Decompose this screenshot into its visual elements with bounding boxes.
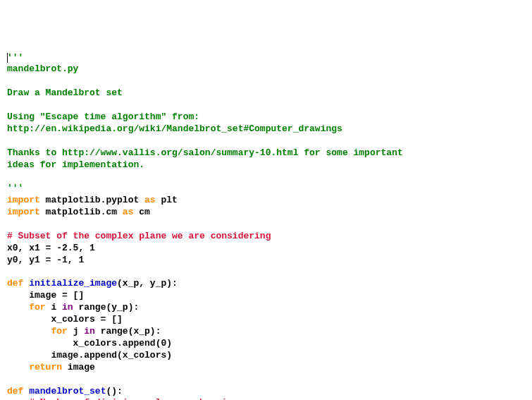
code-line: for j in range(x_p): (7, 326, 525, 338)
code-editor[interactable]: '''mandelbrot.py Draw a Mandelbrot set U… (7, 52, 525, 400)
code-line: def initialize_image(x_p, y_p): (7, 278, 525, 290)
code-token: return (29, 362, 62, 372)
code-token: range(y_p): (73, 302, 140, 313)
code-token: mandelbrot_set (29, 386, 106, 396)
code-line (7, 171, 525, 183)
code-token (7, 397, 29, 400)
code-token: in (84, 326, 95, 337)
code-line: x_colors = [] (7, 314, 525, 326)
code-token: y0, y1 = -1, 1 (7, 255, 84, 265)
code-token: as (123, 207, 134, 217)
code-token: range(x_p): (95, 326, 161, 337)
code-token: (x_p, y_p): (117, 278, 178, 289)
code-token: as (144, 195, 156, 205)
code-token: ideas for implementation. (7, 159, 144, 170)
code-line (7, 267, 525, 279)
code-token (7, 302, 29, 313)
code-token: http://en.wikipedia.org/wiki/Mandelbrot_… (7, 123, 342, 134)
code-line: mandelbrot.py (7, 63, 525, 75)
code-line: http://en.wikipedia.org/wiki/Mandelbrot_… (7, 123, 525, 135)
code-line (7, 99, 525, 111)
code-line: ideas for implementation. (7, 159, 525, 171)
code-token: x_colors.append(0) (7, 338, 172, 349)
code-token: matplotlib.pyplot (40, 195, 144, 205)
code-token: mandelbrot.py (7, 63, 78, 74)
code-token: cm (133, 207, 149, 217)
code-line: ''' (7, 183, 525, 195)
code-token (7, 326, 51, 337)
code-token: i (46, 302, 62, 313)
code-line: x0, x1 = -2.5, 1 (7, 243, 525, 255)
code-line: Draw a Mandelbrot set (7, 87, 525, 99)
code-token: x_colors = [] (7, 314, 123, 325)
code-token: initialize_image (29, 278, 117, 289)
code-token: image (62, 362, 95, 372)
code-token: x0, x1 = -2.5, 1 (7, 243, 95, 253)
code-token: ''' (7, 52, 23, 63)
code-token: plt (156, 195, 178, 205)
code-token: import (7, 195, 40, 205)
code-token: import (7, 207, 40, 217)
code-line: for i in range(y_p): (7, 302, 525, 314)
code-line (7, 75, 525, 87)
code-token: for (51, 326, 67, 337)
code-token: def (7, 278, 23, 289)
code-token: in (62, 302, 73, 313)
code-line: image.append(x_colors) (7, 350, 525, 362)
code-token: # Subset of the complex plane we are con… (7, 231, 271, 241)
code-line: def mandelbrot_set(): (7, 386, 525, 398)
code-line: # Number of divisions along each axis (7, 397, 525, 400)
code-token (7, 362, 29, 372)
code-token: def (7, 386, 23, 396)
code-line (7, 374, 525, 386)
code-token: Thanks to http://www.vallis.org/salon/su… (7, 147, 403, 158)
code-token: Using "Escape time algorithm" from: (7, 111, 199, 122)
code-line: image = [] (7, 290, 525, 302)
code-line: ''' (7, 52, 525, 64)
code-line: y0, y1 = -1, 1 (7, 255, 525, 267)
code-token: ''' (7, 183, 23, 193)
code-line: return image (7, 362, 525, 374)
code-token: Draw a Mandelbrot set (7, 87, 123, 98)
code-line: import matplotlib.cm as cm (7, 207, 525, 219)
code-line: # Subset of the complex plane we are con… (7, 231, 525, 243)
code-token: image = [] (7, 290, 84, 301)
code-line: import matplotlib.pyplot as plt (7, 195, 525, 207)
code-token: # Number of divisions along each axis (29, 397, 233, 400)
code-token: image.append(x_colors) (7, 350, 172, 360)
code-line: x_colors.append(0) (7, 338, 525, 350)
code-line (7, 135, 525, 147)
code-line: Using "Escape time algorithm" from: (7, 111, 525, 123)
code-line: Thanks to http://www.vallis.org/salon/su… (7, 147, 525, 159)
code-token: (): (106, 386, 122, 396)
code-line (7, 219, 525, 231)
code-token: j (68, 326, 84, 337)
code-token: for (29, 302, 45, 313)
code-token: matplotlib.cm (40, 207, 123, 217)
